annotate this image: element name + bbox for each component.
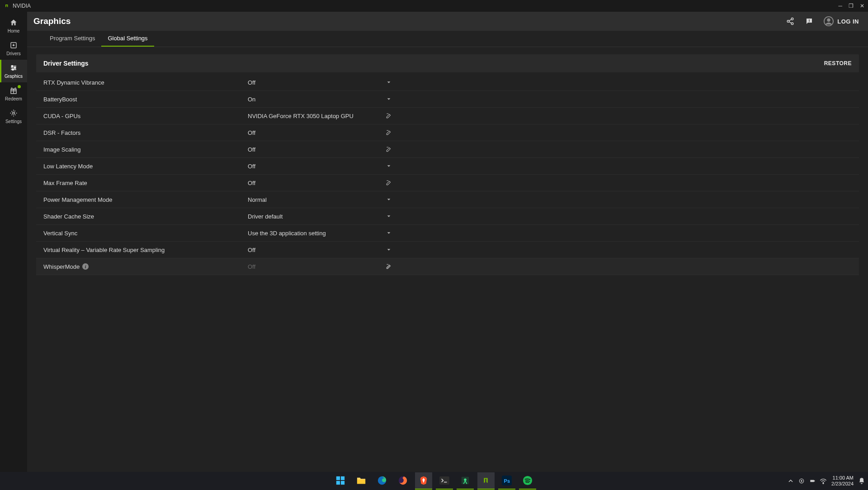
setting-row: Vertical SyncUse the 3D application sett… <box>36 225 859 242</box>
setting-row: Low Latency ModeOff <box>36 158 859 175</box>
tabs: Program Settings Global Settings <box>27 31 868 47</box>
sidebar-item-home[interactable]: Home <box>0 14 27 37</box>
svg-rect-17 <box>357 480 365 484</box>
svg-rect-20 <box>439 476 449 485</box>
android-studio-icon[interactable] <box>457 472 474 490</box>
setting-row: Power Management ModeNormal <box>36 191 859 208</box>
dropdown-icon[interactable] <box>383 231 394 235</box>
svg-rect-9 <box>809 19 810 21</box>
taskbar-clock[interactable]: 11:00 AM 2/23/2024 <box>831 475 854 487</box>
page-header: Graphics LOG IN <box>27 12 868 31</box>
tab-program-settings[interactable]: Program Settings <box>43 31 101 47</box>
gear-icon <box>9 109 18 118</box>
brave-icon[interactable] <box>415 472 432 490</box>
setting-label: Image Scaling <box>43 146 248 153</box>
edit-icon[interactable] <box>383 129 394 136</box>
photoshop-icon[interactable]: Ps <box>498 472 515 490</box>
setting-label: Virtual Reality – Variable Rate Super Sa… <box>43 247 248 253</box>
start-button[interactable] <box>332 472 349 490</box>
sidebar-item-label: Drivers <box>6 51 21 56</box>
share-icon[interactable] <box>786 17 795 26</box>
setting-value[interactable]: Off <box>248 247 383 253</box>
tray-overflow-icon[interactable] <box>787 477 794 485</box>
dropdown-icon[interactable] <box>383 214 394 219</box>
sidebar-item-drivers[interactable]: Drivers <box>0 37 27 60</box>
setting-value[interactable]: Off <box>248 129 383 136</box>
setting-row: DSR - FactorsOff <box>36 124 859 141</box>
close-button[interactable]: ✕ <box>860 3 864 9</box>
svg-point-2 <box>14 67 16 69</box>
setting-value[interactable]: Driver default <box>248 213 383 220</box>
settings-panel: Driver Settings RESTORE RTX Dynamic Vibr… <box>27 47 868 472</box>
edge-icon[interactable] <box>373 472 391 490</box>
tab-global-settings[interactable]: Global Settings <box>101 31 154 47</box>
login-label: LOG IN <box>837 18 859 25</box>
setting-label: RTX Dynamic Vibrance <box>43 79 248 86</box>
location-icon[interactable] <box>798 477 805 485</box>
minimize-button[interactable]: ─ <box>838 3 842 9</box>
settings-table: RTX Dynamic VibranceOffBatteryBoostOnCUD… <box>36 74 859 275</box>
sidebar-item-label: Settings <box>5 119 22 124</box>
setting-value[interactable]: Normal <box>248 196 383 203</box>
setting-label: WhisperModei <box>43 263 248 270</box>
clock-time: 11:00 AM <box>833 475 854 481</box>
setting-label-text: Image Scaling <box>43 146 80 153</box>
sidebar-item-graphics[interactable]: Graphics <box>0 60 27 82</box>
notifications-icon[interactable] <box>858 477 865 485</box>
edit-icon <box>383 263 394 270</box>
dropdown-icon[interactable] <box>383 164 394 168</box>
setting-value[interactable]: Off <box>248 180 383 186</box>
file-explorer-icon[interactable] <box>353 472 370 490</box>
setting-value[interactable]: Off <box>248 79 383 86</box>
maximize-button[interactable]: ❐ <box>849 3 854 9</box>
edit-icon[interactable] <box>383 113 394 119</box>
info-icon[interactable]: i <box>82 263 89 270</box>
tab-label: Global Settings <box>108 35 147 42</box>
restore-button[interactable]: RESTORE <box>824 60 852 67</box>
feedback-icon[interactable] <box>805 17 814 26</box>
section-header: Driver Settings RESTORE <box>36 54 859 72</box>
setting-value: Off <box>248 263 383 270</box>
dropdown-icon[interactable] <box>383 80 394 85</box>
clock-date: 2/23/2024 <box>831 481 854 487</box>
setting-label-text: WhisperMode <box>43 263 80 270</box>
svg-point-12 <box>827 19 830 22</box>
sidebar-item-settings[interactable]: Settings <box>0 105 27 128</box>
sliders-icon <box>9 63 18 72</box>
titlebar-left: NVIDIA <box>4 3 31 9</box>
svg-rect-13 <box>336 476 340 480</box>
setting-label-text: Power Management Mode <box>43 196 112 203</box>
svg-rect-16 <box>341 481 344 485</box>
sidebar-item-redeem[interactable]: Redeem <box>0 82 27 105</box>
setting-row: Max Frame RateOff <box>36 175 859 191</box>
system-tray: 11:00 AM 2/23/2024 <box>787 475 865 487</box>
setting-label: Vertical Sync <box>43 230 248 237</box>
sidebar: Home Drivers Graphics Redeem Settings <box>0 12 27 472</box>
setting-value[interactable]: Off <box>248 163 383 170</box>
setting-label-text: Virtual Reality – Variable Rate Super Sa… <box>43 247 165 253</box>
setting-label-text: CUDA - GPUs <box>43 113 80 119</box>
setting-value[interactable]: On <box>248 96 383 103</box>
setting-value[interactable]: NVIDIA GeForce RTX 3050 Laptop GPU <box>248 113 383 119</box>
setting-label: Low Latency Mode <box>43 163 248 170</box>
edit-icon[interactable] <box>383 180 394 186</box>
nvidia-app-icon[interactable] <box>477 472 495 490</box>
terminal-icon[interactable] <box>436 472 453 490</box>
spotify-icon[interactable] <box>519 472 536 490</box>
wifi-icon[interactable] <box>820 477 827 485</box>
dropdown-icon[interactable] <box>383 97 394 101</box>
taskbar-center: Ps <box>332 472 536 490</box>
login-button[interactable]: LOG IN <box>824 16 859 26</box>
window-titlebar: NVIDIA ─ ❐ ✕ <box>0 0 868 12</box>
edit-icon[interactable] <box>383 146 394 152</box>
setting-value[interactable]: Use the 3D application setting <box>248 230 383 237</box>
setting-label: DSR - Factors <box>43 129 248 136</box>
setting-value[interactable]: Off <box>248 146 383 153</box>
firefox-icon[interactable] <box>394 472 411 490</box>
power-icon[interactable] <box>809 477 816 485</box>
setting-label: Power Management Mode <box>43 196 248 203</box>
dropdown-icon[interactable] <box>383 197 394 202</box>
svg-point-28 <box>823 483 824 484</box>
window-controls: ─ ❐ ✕ <box>838 3 864 9</box>
dropdown-icon[interactable] <box>383 247 394 252</box>
